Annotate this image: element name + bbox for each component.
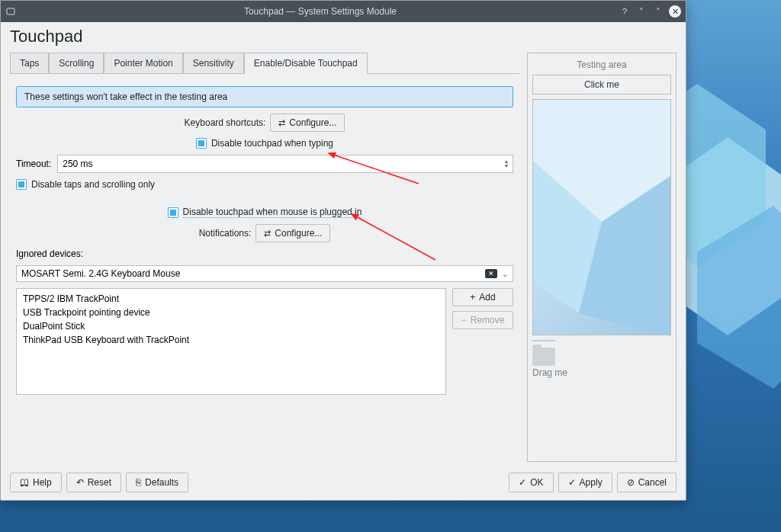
apply-label: Apply — [580, 477, 603, 488]
clear-icon[interactable]: ✕ — [485, 269, 497, 278]
svg-rect-3 — [7, 8, 14, 14]
disable-taps-label: Disable taps and scrolling only — [31, 179, 155, 190]
tab-body: These settings won't take effect in the … — [10, 74, 519, 462]
app-icon — [5, 6, 16, 17]
folder-icon[interactable] — [532, 348, 555, 366]
chevron-down-icon[interactable]: ⌄ — [502, 270, 508, 278]
configure-label: Configure... — [275, 228, 322, 239]
list-item[interactable]: ThinkPad USB Keyboard with TrackPoint — [20, 333, 442, 347]
timeout-label: Timeout: — [16, 159, 51, 169]
notifications-row: Notifications: Configure... — [16, 224, 513, 242]
remove-label: Remove — [471, 315, 505, 325]
ok-label: OK — [530, 477, 543, 488]
page-title: Touchpad — [1, 22, 686, 53]
tab-sensitivity[interactable]: Sensitivity — [183, 53, 244, 73]
configure-notifications-button[interactable]: Configure... — [256, 224, 330, 242]
disable-typing-label: Disable touchpad when typing — [211, 138, 333, 149]
device-list[interactable]: TPPS/2 IBM TrackPoint USB Trackpoint poi… — [16, 288, 446, 395]
ok-button[interactable]: ✓ OK — [509, 473, 553, 492]
ignored-devices-combo[interactable]: MOSART Semi. 2.4G Keyboard Mouse ✕ ⌄ — [16, 265, 513, 282]
defaults-label: Defaults — [145, 477, 178, 488]
cancel-icon: ⊘ — [627, 477, 635, 488]
window-title: Touchpad — System Settings Module — [22, 6, 619, 17]
keyboard-shortcuts-label: Keyboard shortcuts: — [185, 117, 266, 128]
testing-panel: Testing area Click me Drag me — [527, 53, 677, 462]
list-item[interactable]: DualPoint Stick — [20, 319, 442, 333]
timeout-row: Timeout: 250 ms ▴▾ — [16, 155, 513, 173]
ignored-devices-value: MOSART Semi. 2.4G Keyboard Mouse — [21, 268, 480, 279]
help-icon: 🕮 — [20, 477, 29, 488]
apply-button[interactable]: ✓ Apply — [558, 473, 612, 492]
add-label: Add — [479, 292, 495, 303]
configure-icon — [278, 117, 285, 128]
window-controls: ? ˅ ˄ ✕ — [619, 5, 681, 18]
defaults-icon: ⎘ — [136, 477, 141, 488]
defaults-button[interactable]: ⎘ Defaults — [126, 473, 188, 492]
disable-mouse-label: Disable touchpad when mouse is plugged i… — [183, 207, 362, 218]
testing-area-label: Testing area — [528, 53, 676, 75]
maximize-icon[interactable]: ˄ — [652, 5, 664, 18]
minus-icon: − — [461, 315, 467, 325]
minimize-icon[interactable]: ˅ — [635, 5, 648, 18]
plus-icon: + — [470, 292, 475, 303]
tabs: Taps Scrolling Pointer Motion Sensitivit… — [10, 53, 519, 74]
main-row: Taps Scrolling Pointer Motion Sensitivit… — [1, 53, 686, 468]
list-item[interactable]: USB Trackpoint pointing device — [20, 306, 442, 319]
configure-shortcuts-button[interactable]: Configure... — [270, 114, 345, 132]
drag-me-area[interactable]: Drag me — [532, 348, 671, 378]
disable-mouse-checkbox[interactable] — [168, 207, 178, 218]
testing-surface[interactable] — [532, 99, 671, 335]
reset-label: Reset — [88, 477, 111, 488]
check-icon: ✓ — [568, 477, 576, 488]
tab-enable-disable[interactable]: Enable/Disable Touchpad — [244, 53, 368, 74]
list-item[interactable]: TPPS/2 IBM TrackPoint — [20, 292, 442, 306]
content: Touchpad Taps Scrolling Pointer Motion S… — [1, 22, 686, 500]
devices-row: TPPS/2 IBM TrackPoint USB Trackpoint poi… — [16, 288, 513, 395]
tab-taps[interactable]: Taps — [10, 53, 49, 73]
titlebar: Touchpad — System Settings Module ? ˅ ˄ … — [1, 1, 686, 22]
disable-taps-checkbox[interactable] — [16, 179, 27, 190]
tab-scrolling[interactable]: Scrolling — [49, 53, 104, 73]
disable-mouse-row: Disable touchpad when mouse is plugged i… — [16, 207, 513, 218]
disable-taps-row: Disable taps and scrolling only — [16, 179, 513, 190]
notifications-label: Notifications: — [199, 228, 252, 239]
close-icon[interactable]: ✕ — [669, 5, 681, 18]
info-message: These settings won't take effect in the … — [16, 86, 513, 107]
configure-icon — [264, 228, 271, 239]
configure-label: Configure... — [289, 117, 336, 128]
click-me-button[interactable]: Click me — [532, 75, 671, 95]
cancel-label: Cancel — [638, 477, 667, 488]
disable-typing-checkbox[interactable] — [196, 138, 207, 149]
remove-button[interactable]: − Remove — [452, 311, 513, 329]
disable-typing-row: Disable touchpad when typing — [16, 138, 513, 149]
timeout-value: 250 ms — [63, 159, 92, 169]
timeout-spinbox[interactable]: 250 ms ▴▾ — [57, 155, 513, 173]
help-titlebar-icon[interactable]: ? — [619, 5, 631, 18]
keyboard-shortcuts-row: Keyboard shortcuts: Configure... — [16, 114, 513, 132]
settings-window: Touchpad — System Settings Module ? ˅ ˄ … — [0, 0, 686, 501]
left-column: Taps Scrolling Pointer Motion Sensitivit… — [10, 53, 519, 462]
undo-icon: ↶ — [76, 477, 84, 488]
drag-me-label: Drag me — [532, 367, 671, 378]
ignored-devices-label: Ignored devices: — [16, 248, 513, 259]
device-buttons: + Add − Remove — [452, 288, 513, 395]
reset-button[interactable]: ↶ Reset — [66, 473, 121, 492]
help-label: Help — [33, 477, 52, 488]
tab-pointer-motion[interactable]: Pointer Motion — [104, 53, 182, 73]
help-button[interactable]: 🕮 Help — [10, 473, 62, 492]
footer: 🕮 Help ↶ Reset ⎘ Defaults ✓ OK ✓ Apply ⊘… — [1, 468, 686, 500]
add-button[interactable]: + Add — [452, 288, 513, 306]
cancel-button[interactable]: ⊘ Cancel — [617, 473, 677, 492]
spin-arrows-icon[interactable]: ▴▾ — [505, 159, 508, 168]
check-icon: ✓ — [519, 477, 526, 488]
